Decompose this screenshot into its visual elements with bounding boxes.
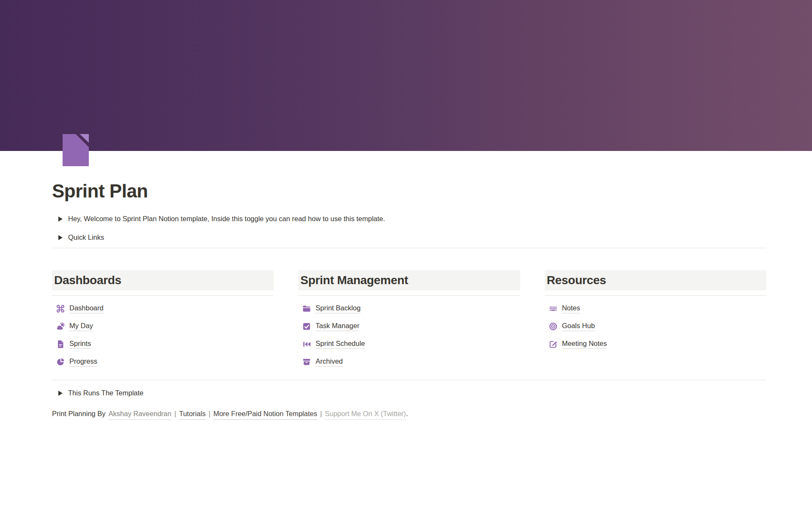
pie-chart-icon bbox=[56, 357, 65, 367]
link-notes[interactable]: Notes bbox=[545, 300, 766, 318]
link-sprints[interactable]: Sprints bbox=[52, 335, 274, 353]
toggle-welcome[interactable]: Hey, Welcome to Sprint Plan Notion templ… bbox=[52, 213, 766, 225]
toggle-runs-template[interactable]: This Runs The Template bbox=[52, 387, 766, 400]
link-my-day[interactable]: My Day bbox=[52, 318, 274, 335]
toggle-triangle-button[interactable] bbox=[55, 388, 66, 398]
column-header: Resources bbox=[545, 270, 766, 290]
command-icon bbox=[56, 304, 65, 313]
footer-link-tutorials[interactable]: Tutorials bbox=[179, 408, 206, 420]
link-goals-hub[interactable]: Goals Hub bbox=[545, 318, 766, 335]
toggle-quick-links-label: Quick Links bbox=[68, 233, 104, 241]
link-label: Sprint Backlog bbox=[315, 304, 360, 313]
item-list: Dashboard bbox=[52, 300, 274, 371]
link-meeting-notes[interactable]: Meeting Notes bbox=[545, 335, 766, 353]
link-label: Progress bbox=[69, 357, 97, 367]
sun-behind-cloud-icon bbox=[56, 322, 65, 331]
footer-separator: | bbox=[320, 408, 322, 419]
link-label: Meeting Notes bbox=[562, 340, 607, 349]
link-label: Dashboard bbox=[69, 304, 104, 313]
toggle-runs-template-label: This Runs The Template bbox=[68, 389, 143, 397]
footer-prefix: Print Planning By bbox=[52, 408, 106, 419]
column-header: Dashboards bbox=[52, 270, 274, 290]
link-label: Notes bbox=[562, 304, 580, 313]
column-header-label: Dashboards bbox=[54, 274, 121, 287]
divider bbox=[52, 248, 766, 248]
link-label: Sprint Schedule bbox=[315, 340, 365, 349]
compose-icon bbox=[549, 340, 558, 349]
divider bbox=[298, 295, 520, 296]
link-label: My Day bbox=[69, 322, 93, 331]
link-label: Archived bbox=[315, 357, 343, 367]
link-columns: Dashboards Dashboard bbox=[52, 270, 766, 371]
page-content: Sprint Plan Hey, Welcome to Sprint Plan … bbox=[52, 151, 766, 420]
page-icon bbox=[56, 340, 65, 349]
toggle-triangle-button[interactable] bbox=[55, 214, 66, 224]
link-label: Goals Hub bbox=[562, 322, 595, 331]
item-list: Sprint Backlog Task Manager bbox=[298, 300, 520, 371]
checkbox-icon bbox=[302, 322, 311, 331]
folder-icon bbox=[302, 304, 311, 313]
column-header: Sprint Management bbox=[298, 270, 520, 290]
footer-separator: | bbox=[174, 408, 176, 419]
footer-link-templates[interactable]: More Free/Paid Notion Templates bbox=[213, 408, 317, 420]
notion-page: Sprint Plan Hey, Welcome to Sprint Plan … bbox=[0, 0, 812, 507]
toggle-triangle-button[interactable] bbox=[55, 233, 66, 243]
divider bbox=[52, 295, 274, 296]
link-progress[interactable]: Progress bbox=[52, 353, 274, 371]
rewind-icon bbox=[302, 340, 311, 349]
keyboard-icon bbox=[549, 304, 558, 313]
link-task-manager[interactable]: Task Manager bbox=[298, 318, 520, 335]
link-dashboard[interactable]: Dashboard bbox=[52, 300, 274, 318]
link-sprint-backlog[interactable]: Sprint Backlog bbox=[298, 300, 520, 318]
link-label: Sprints bbox=[69, 340, 91, 349]
column-header-label: Resources bbox=[547, 274, 606, 287]
footer-suffix: . bbox=[406, 408, 408, 419]
divider bbox=[52, 380, 766, 380]
triangle-right-icon bbox=[58, 217, 63, 222]
column-resources: Resources Notes bbox=[545, 270, 766, 371]
divider bbox=[545, 295, 766, 296]
target-icon bbox=[549, 322, 558, 331]
archive-box-icon bbox=[302, 357, 311, 367]
footer-credits: Print Planning By Akshay Raveendran | Tu… bbox=[52, 408, 766, 420]
triangle-right-icon bbox=[58, 391, 63, 396]
footer-separator: | bbox=[208, 408, 210, 419]
link-archived[interactable]: Archived bbox=[298, 353, 520, 371]
item-list: Notes Goals Hub bbox=[545, 300, 766, 353]
column-sprint-management: Sprint Management Sprint Backlog bbox=[298, 270, 520, 371]
column-header-label: Sprint Management bbox=[300, 274, 408, 287]
column-dashboards: Dashboards Dashboard bbox=[52, 270, 274, 371]
triangle-right-icon bbox=[58, 235, 63, 240]
page-title[interactable]: Sprint Plan bbox=[52, 181, 766, 202]
link-sprint-schedule[interactable]: Sprint Schedule bbox=[298, 335, 520, 353]
cover-image bbox=[0, 0, 812, 151]
toggle-welcome-label: Hey, Welcome to Sprint Plan Notion templ… bbox=[68, 215, 385, 223]
link-label: Task Manager bbox=[315, 322, 359, 331]
toggle-quick-links[interactable]: Quick Links bbox=[52, 231, 766, 244]
footer-link-twitter[interactable]: Support Me On X (Twitter) bbox=[325, 408, 406, 420]
footer-link-author[interactable]: Akshay Raveendran bbox=[109, 408, 172, 420]
